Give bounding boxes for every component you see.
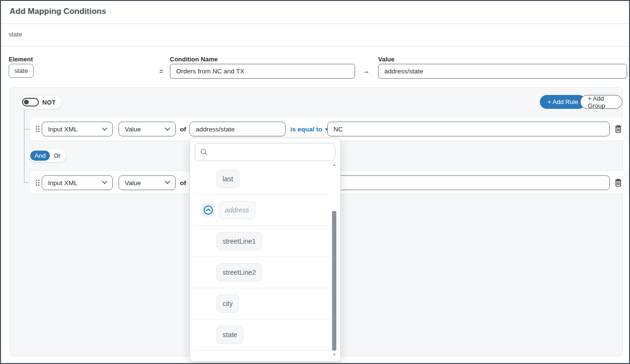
not-switch-icon[interactable] <box>22 98 39 106</box>
and-button[interactable]: And <box>30 151 50 161</box>
condition-name-input[interactable] <box>170 64 355 79</box>
of-label: of <box>180 126 186 133</box>
field-chip-state[interactable]: state <box>216 326 243 344</box>
drag-handle-icon[interactable] <box>36 179 40 186</box>
or-button[interactable]: Or <box>50 151 64 161</box>
not-toggle-label: NOT <box>42 99 56 106</box>
add-mapping-conditions-dialog: Add Mapping Conditions state Element sta… <box>0 0 630 364</box>
element-value-chip: state <box>9 64 34 78</box>
add-group-button[interactable]: + Add Group <box>580 95 622 109</box>
field-chip-address[interactable]: address <box>219 201 255 219</box>
arrow-icon: → <box>362 67 370 75</box>
delete-rule-icon[interactable] <box>615 178 622 187</box>
field-chip-streetline2[interactable]: streetLine2 <box>216 263 262 282</box>
list-item: last <box>194 164 330 195</box>
operator-dropdown[interactable]: is equal to <box>290 126 329 133</box>
chevron-down-icon <box>165 181 170 185</box>
field-list: last address streetLine1 streetLine2 cit… <box>194 164 330 351</box>
list-item: streetLine2 <box>194 257 330 288</box>
chevron-down-icon <box>102 181 107 185</box>
field-chip-city[interactable]: city <box>216 294 239 313</box>
equals-symbol: = <box>159 68 163 75</box>
collapse-address-icon[interactable] <box>202 203 215 217</box>
path-input[interactable] <box>190 122 285 137</box>
dialog-header: Add Mapping Conditions <box>1 1 629 24</box>
chevron-down-icon <box>102 127 107 131</box>
drag-handle-icon[interactable] <box>36 126 40 132</box>
list-item: address <box>194 195 330 226</box>
breadcrumb: state <box>9 31 22 38</box>
comparison-value-input[interactable] <box>327 175 610 190</box>
scroll-up-icon[interactable]: ▴ <box>333 162 335 167</box>
of-label: of <box>180 179 186 186</box>
list-item: state <box>194 319 330 351</box>
comparison-value-input[interactable] <box>327 122 610 137</box>
connector-line <box>24 110 24 183</box>
add-rule-button[interactable]: + Add Rule <box>540 95 586 109</box>
field-chip-last[interactable]: last <box>216 170 239 188</box>
delete-rule-icon[interactable] <box>615 125 622 133</box>
field-search-input[interactable] <box>212 148 330 156</box>
element-label: Element <box>9 56 33 63</box>
conjunction-toggle: And Or <box>29 149 66 162</box>
field-picker-dropdown: ▴ last address streetLine1 streetLine2 <box>190 138 341 362</box>
value-input[interactable] <box>378 64 627 79</box>
breadcrumb-bar: state <box>1 24 629 47</box>
list-item: streetLine1 <box>194 226 330 257</box>
page-title: Add Mapping Conditions <box>10 7 106 16</box>
chevron-down-icon <box>165 127 170 131</box>
not-toggle[interactable]: NOT <box>18 95 62 109</box>
field-type-select[interactable]: Value <box>119 122 176 137</box>
scroll-down-icon[interactable]: ▾ <box>333 352 335 357</box>
source-select[interactable]: Input XML <box>42 122 113 137</box>
field-type-select[interactable]: Value <box>119 175 176 190</box>
value-label: Value <box>378 56 394 63</box>
field-chip-streetline1[interactable]: streetLine1 <box>216 232 262 250</box>
search-icon <box>200 148 208 156</box>
scrollbar-thumb[interactable] <box>332 211 336 351</box>
source-select[interactable]: Input XML <box>42 175 113 190</box>
list-item: city <box>194 288 330 319</box>
condition-name-label: Condition Name <box>170 56 218 63</box>
field-search-box[interactable] <box>195 143 335 161</box>
